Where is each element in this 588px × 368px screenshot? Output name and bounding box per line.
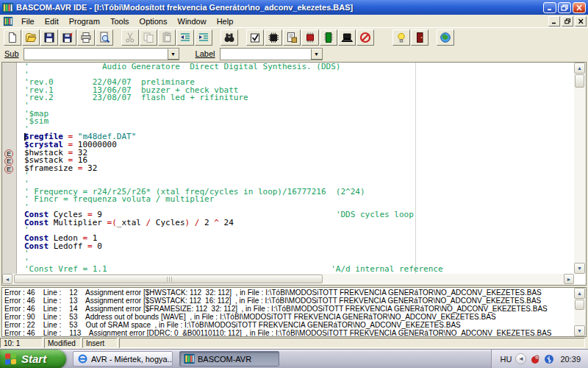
tray-collapse-icon[interactable]: ◄ [515, 353, 526, 364]
print-preview-icon [98, 32, 110, 43]
modified-indicator: Modified [44, 338, 81, 348]
code-line: 'rev.2 23/08/07 flash led + rifiniture [24, 94, 573, 102]
taskbar-task-avr-mi-rtek-hogya[interactable]: AVR - Miértek, hogya... [73, 351, 173, 367]
save-as-button[interactable] [59, 29, 76, 46]
code-line: '$sim [24, 118, 573, 126]
chevron-down-icon[interactable]: ▼ [311, 49, 322, 60]
menu-item-help[interactable]: Help [212, 16, 239, 26]
sub-combobox[interactable]: ▼ [24, 48, 179, 60]
document-icon [3, 16, 13, 26]
menu-item-file[interactable]: File [16, 16, 40, 26]
reset-button[interactable] [356, 29, 374, 46]
paste-button [158, 29, 176, 46]
copy-icon [143, 32, 154, 43]
error-row[interactable]: Error : 46 Line : 12 Assignment error [$… [3, 289, 573, 297]
exit-button[interactable] [411, 29, 429, 46]
taskbar: Start AVR - Miértek, hogya...BASCOM-AVR … [0, 349, 588, 368]
print-button[interactable] [77, 29, 95, 46]
cursor-position: 10: 1 [0, 338, 43, 348]
scroll-down-icon[interactable]: ▼ [574, 325, 585, 336]
scroll-left-icon[interactable]: ◄ [2, 274, 12, 284]
simulate-button[interactable] [301, 29, 319, 46]
editor-horizontal-scrollbar[interactable]: ◄ ► [2, 274, 574, 285]
code-line: ' [24, 250, 573, 258]
status-bar: 10: 1 Modified Insert [0, 337, 588, 349]
error-row[interactable]: Error : 46 Line : 113 Assignment error [… [3, 329, 573, 336]
indent-icon [179, 32, 191, 43]
menu-item-tools[interactable]: Tools [105, 16, 135, 26]
sub-combobox-value [24, 49, 168, 60]
error-row[interactable]: Error : 46 Line : 14 Assignment error [$… [3, 305, 573, 313]
code-line: $hwstack = 32 [24, 149, 573, 158]
tip-button[interactable] [392, 29, 410, 46]
code-editor[interactable]: EEE ' Audio Generatore Direct Digital Sy… [1, 62, 587, 286]
title-bar: BASCOM-AVR IDE - [I:\Tóbi\Modosított fre… [0, 0, 588, 15]
scroll-up-icon[interactable]: ▲ [574, 63, 585, 74]
save-button[interactable] [40, 29, 58, 46]
mdi-restore-button[interactable] [562, 16, 573, 26]
menu-item-window[interactable]: Window [173, 16, 212, 26]
taskbar-task-bascom-avr[interactable]: BASCOM-AVR [179, 351, 279, 367]
globe-icon [440, 32, 451, 43]
label-combobox-value [220, 49, 311, 60]
editor-vscroll-thumb[interactable] [575, 74, 584, 88]
code-line: Const Ledon = 1 [24, 235, 573, 243]
code-line: ' [24, 172, 573, 180]
mdi-close-button[interactable] [575, 16, 587, 26]
errors-vertical-scrollbar[interactable]: ▲ ▼ [574, 288, 586, 336]
syntax-check-button[interactable] [246, 29, 264, 46]
terminal-button[interactable] [338, 29, 356, 46]
code-text[interactable]: ' Audio Generatore Direct Digital Synthe… [18, 63, 573, 274]
unindent-button[interactable] [195, 29, 212, 46]
restore-button[interactable] [558, 2, 571, 13]
find-icon [223, 32, 235, 43]
indent-button[interactable] [176, 29, 194, 46]
bulb-icon [395, 32, 407, 43]
close-button[interactable] [573, 2, 586, 13]
menu-item-options[interactable]: Options [135, 16, 173, 26]
reset-icon [359, 32, 371, 43]
chevron-down-icon[interactable]: ▼ [168, 49, 179, 60]
error-row[interactable]: Error : 46 Line : 13 Assignment error [$… [3, 297, 573, 305]
menu-item-program[interactable]: Program [64, 16, 105, 26]
editor-hscroll-thumb[interactable] [14, 275, 323, 283]
bluetooth-tray-icon[interactable] [544, 354, 554, 364]
error-row[interactable]: Error : 90 Line : 53 Address out of boun… [3, 313, 573, 321]
scroll-down-icon[interactable]: ▼ [574, 263, 585, 274]
status-extra [119, 338, 585, 348]
print-preview-button[interactable] [96, 29, 113, 46]
error-panel: Error : 46 Line : 12 Assignment error [$… [1, 287, 587, 337]
code-line: Const Ledoff = 0 [24, 243, 573, 251]
menu-item-edit[interactable]: Edit [40, 16, 64, 26]
editor-vertical-scrollbar[interactable]: ▲ ▼ [574, 63, 586, 274]
save-as-icon [62, 32, 74, 43]
compile-button[interactable] [265, 29, 282, 46]
toolbar [0, 28, 588, 47]
language-indicator[interactable]: HU [501, 355, 512, 364]
menu-bar: FileEditProgramToolsOptionsWindowHelp [0, 15, 588, 28]
error-row[interactable]: Error : 22 Line : 53 Out of SRAM space ,… [3, 321, 573, 329]
sub-label-bar: Sub ▼ Label ▼ [0, 47, 588, 62]
copy-button [140, 29, 157, 46]
open-file-button[interactable] [22, 29, 40, 46]
show-result-button[interactable] [283, 29, 301, 46]
start-button[interactable]: Start [0, 350, 66, 368]
minimize-button[interactable] [543, 2, 556, 13]
antivirus-tray-icon[interactable] [530, 354, 540, 364]
errors-vscroll-thumb[interactable] [575, 300, 584, 310]
bascom-icon [184, 353, 195, 364]
program-chip-button[interactable] [320, 29, 337, 46]
task-label: AVR - Miértek, hogya... [91, 355, 173, 364]
find-button[interactable] [220, 29, 238, 46]
task-buttons: AVR - Miértek, hogya...BASCOM-AVR [66, 351, 279, 367]
mdi-minimize-button[interactable] [548, 16, 560, 26]
new-file-icon [7, 32, 18, 43]
scroll-up-icon[interactable]: ▲ [574, 288, 585, 299]
cut-icon [124, 32, 136, 43]
help-button[interactable] [437, 29, 454, 46]
unindent-icon [198, 32, 209, 43]
label-combobox[interactable]: ▼ [220, 48, 323, 60]
system-tray: HU ◄ 20:39 [491, 350, 588, 368]
scroll-right-icon[interactable]: ► [564, 274, 574, 284]
new-file-button[interactable] [4, 29, 21, 46]
